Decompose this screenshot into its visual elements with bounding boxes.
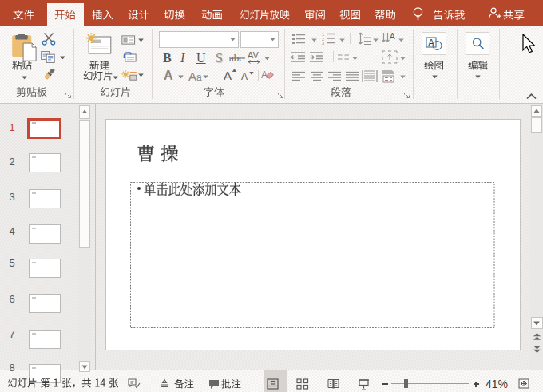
svg-text:A: A bbox=[241, 71, 248, 82]
svg-text:A: A bbox=[261, 69, 268, 81]
svg-text:3: 3 bbox=[322, 41, 324, 45]
svg-text:A: A bbox=[224, 69, 232, 82]
svg-text:A: A bbox=[390, 32, 395, 41]
svg-text:AV: AV bbox=[248, 51, 260, 60]
